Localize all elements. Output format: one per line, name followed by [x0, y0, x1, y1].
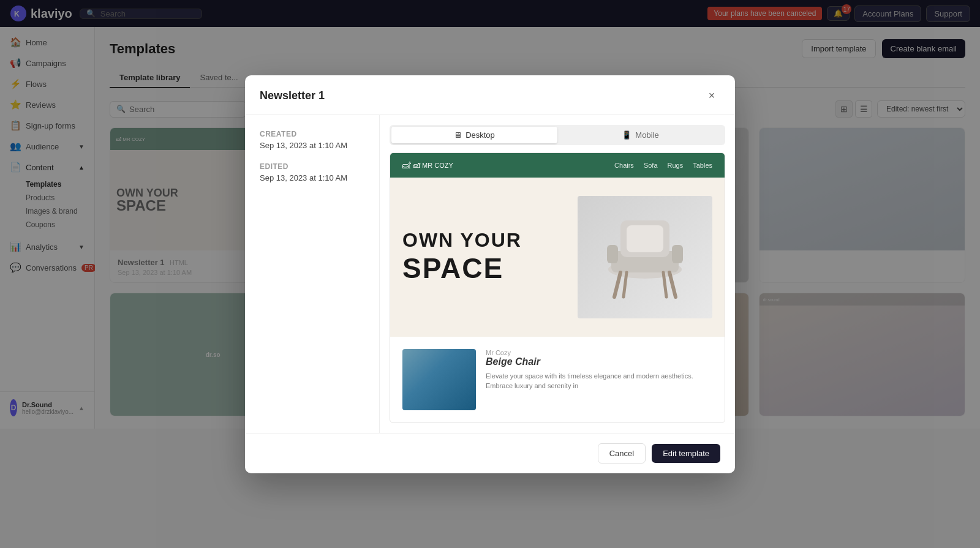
modal-info: Created Sep 13, 2023 at 1:10 AM Edited S… — [245, 115, 380, 433]
email-hero-image — [578, 196, 712, 318]
couch-icon: 🛋 — [402, 160, 411, 170]
email-logo: 🛋 🛋 MR COZY — [402, 160, 453, 170]
svg-rect-5 — [627, 225, 663, 252]
mobile-icon: 📱 — [622, 130, 631, 140]
nav-item-chairs: Chairs — [614, 162, 634, 169]
nav-item-tables: Tables — [693, 162, 712, 169]
email-hero-text: OWN YOUR SPACE — [402, 229, 578, 285]
svg-line-6 — [614, 272, 620, 297]
email-preview: 🛋 🛋 MR COZY Chairs Sofa Rugs Tables — [390, 153, 725, 422]
svg-line-7 — [669, 272, 676, 297]
modal-header: Newsletter 1 × — [245, 75, 735, 115]
email-hero-title1: OWN YOUR — [402, 229, 578, 252]
edited-value: Sep 13, 2023 at 1:10 AM — [260, 173, 364, 182]
modal-title: Newsletter 1 — [260, 89, 325, 102]
email-hero: OWN YOUR SPACE — [390, 178, 725, 337]
product-name: Beige Chair — [486, 356, 712, 367]
modal-footer: Cancel Edit template — [245, 433, 735, 473]
email-product-image — [402, 349, 476, 410]
product-brand: Mr Cozy — [486, 349, 712, 356]
modal-body: Created Sep 13, 2023 at 1:10 AM Edited S… — [245, 115, 735, 433]
modal: Newsletter 1 × Created Sep 13, 2023 at 1… — [245, 75, 735, 473]
nav-item-rugs: Rugs — [668, 162, 684, 169]
preview-toggle: 🖥 Desktop 📱 Mobile — [390, 125, 725, 145]
svg-rect-11 — [672, 245, 683, 263]
email-nav-items: Chairs Sofa Rugs Tables — [614, 162, 712, 169]
edit-template-button[interactable]: Edit template — [652, 444, 720, 463]
cancel-button[interactable]: Cancel — [598, 443, 646, 464]
product-description: Elevate your space with its timeless ele… — [486, 371, 712, 391]
email-product: Mr Cozy Beige Chair Elevate your space w… — [390, 337, 725, 422]
created-value: Sep 13, 2023 at 1:10 AM — [260, 141, 364, 150]
desktop-preview-button[interactable]: 🖥 Desktop — [391, 127, 557, 143]
email-product-info: Mr Cozy Beige Chair Elevate your space w… — [486, 349, 712, 410]
modal-close-button[interactable]: × — [703, 88, 720, 105]
svg-rect-10 — [607, 245, 618, 263]
email-hero-title2: SPACE — [402, 252, 578, 285]
edited-label: Edited — [260, 162, 364, 171]
preview-frame: 🛋 🛋 MR COZY Chairs Sofa Rugs Tables — [390, 152, 725, 423]
desktop-icon: 🖥 — [454, 130, 462, 140]
mobile-preview-button[interactable]: 📱 Mobile — [557, 127, 723, 143]
nav-item-sofa: Sofa — [644, 162, 658, 169]
created-label: Created — [260, 130, 364, 138]
email-nav: 🛋 🛋 MR COZY Chairs Sofa Rugs Tables — [390, 153, 725, 178]
modal-preview: 🖥 Desktop 📱 Mobile 🛋 🛋 MR — [380, 115, 735, 433]
modal-overlay[interactable]: Newsletter 1 × Created Sep 13, 2023 at 1… — [0, 0, 980, 548]
